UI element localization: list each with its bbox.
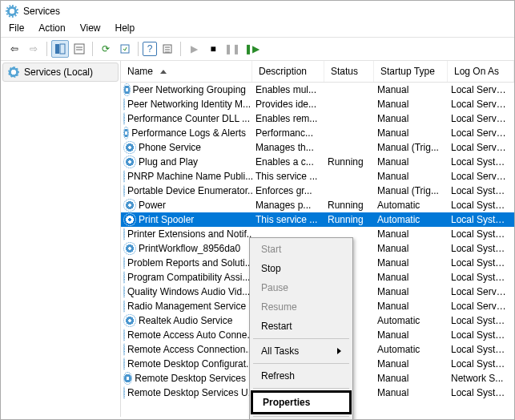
nav-forward-button[interactable]: ⇨ <box>25 40 42 58</box>
service-status <box>324 118 374 119</box>
properties-button[interactable] <box>159 40 176 58</box>
service-startup-type: Manual <box>374 170 448 183</box>
context-menu-stop[interactable]: Stop <box>251 259 351 278</box>
service-startup-type: Manual <box>374 228 448 240</box>
svg-rect-2 <box>74 44 84 54</box>
service-description: Manages p... <box>252 199 324 212</box>
refresh-button[interactable]: ⟳ <box>97 40 115 58</box>
service-startup-type: Manual <box>374 127 448 139</box>
service-name: Remote Desktop Configurat... <box>127 358 252 370</box>
service-row[interactable]: PowerManages p...RunningAutomaticLocal S… <box>121 198 514 212</box>
context-menu-refresh[interactable]: Refresh <box>251 366 351 386</box>
service-log-on-as: Local Service <box>448 112 514 125</box>
service-log-on-as: Local Syste... <box>448 155 514 168</box>
export-list-button[interactable] <box>70 40 88 58</box>
context-menu-all-tasks[interactable]: All Tasks <box>251 341 351 361</box>
menu-file[interactable]: File <box>9 22 24 34</box>
menu-action[interactable]: Action <box>38 22 65 34</box>
service-startup-type: Automatic <box>374 343 448 356</box>
show-hide-tree-button[interactable] <box>51 40 69 58</box>
menu-help[interactable]: Help <box>115 22 135 34</box>
service-row[interactable]: Performance Logs & AlertsPerformanc...Ma… <box>121 126 514 140</box>
service-startup-type: Manual <box>374 285 448 298</box>
service-name: Radio Management Service <box>127 301 246 312</box>
stop-service-button[interactable]: ■ <box>204 40 222 58</box>
service-description: Performanc... <box>252 127 324 139</box>
service-log-on-as: Local Service <box>448 98 514 111</box>
service-row[interactable]: Print SpoolerThis service ...RunningAuto… <box>121 212 514 227</box>
tree-root-services-local[interactable]: Services (Local) <box>2 63 119 82</box>
context-menu-properties[interactable]: Properties <box>251 390 352 414</box>
service-startup-type: Manual (Trig... <box>374 141 448 154</box>
toolbar-separator <box>92 42 93 56</box>
service-status: Running <box>324 213 374 226</box>
toolbar-separator <box>180 42 181 56</box>
service-log-on-as: Local Syste... <box>448 343 514 356</box>
service-name: Remote Desktop Services U... <box>127 387 252 398</box>
svg-rect-0 <box>55 44 59 54</box>
context-menu-label: All Tasks <box>261 345 299 357</box>
column-header-name[interactable]: Name <box>121 61 252 82</box>
service-status <box>324 233 374 235</box>
window-title: Services <box>23 6 60 17</box>
service-description: This service ... <box>252 213 324 226</box>
service-startup-type: Manual <box>374 300 448 313</box>
menu-view[interactable]: View <box>80 22 101 34</box>
column-header-description[interactable]: Description <box>252 61 324 82</box>
context-menu-pause[interactable]: Pause <box>251 278 351 297</box>
service-icon <box>124 214 135 225</box>
service-name: Printer Extensions and Notif... <box>127 228 252 240</box>
service-description: Enables rem... <box>252 112 324 125</box>
service-description <box>252 233 324 235</box>
service-row[interactable]: Peer Networking Identity M...Provides id… <box>121 97 514 111</box>
context-menu-restart[interactable]: Restart <box>251 317 351 336</box>
service-log-on-as: Local Syste... <box>448 199 514 212</box>
service-name: Quality Windows Audio Vid... <box>127 286 250 297</box>
service-row[interactable]: Plug and PlayEnables a c...RunningManual… <box>121 155 514 169</box>
context-menu-separator <box>253 416 349 417</box>
service-startup-type: Manual <box>374 329 448 341</box>
pause-service-button[interactable]: ❚❚ <box>223 40 241 58</box>
service-row[interactable]: PNRP Machine Name Publi...This service .… <box>121 169 514 184</box>
service-log-on-as: Local Service <box>448 170 514 183</box>
service-startup-type: Automatic <box>374 314 448 327</box>
column-header-label: Name <box>127 66 153 77</box>
help-button[interactable]: ? <box>143 42 157 56</box>
service-log-on-as: Local Syste... <box>448 213 514 226</box>
column-header-status[interactable]: Status <box>324 61 374 82</box>
nav-back-button[interactable]: ⇦ <box>6 40 23 58</box>
export-button[interactable] <box>116 40 134 58</box>
restart-service-button[interactable]: ❚▶ <box>243 40 260 58</box>
context-menu-separator <box>253 363 349 364</box>
service-startup-type: Manual <box>374 271 448 284</box>
service-name: Remote Access Auto Conne... <box>127 329 252 341</box>
service-description: Manages th... <box>252 141 324 154</box>
sort-ascending-icon <box>160 70 167 74</box>
context-menu-start[interactable]: Start <box>251 240 351 259</box>
service-status <box>324 176 374 177</box>
service-log-on-as: Local Syste... <box>448 386 514 399</box>
column-header-startup-type[interactable]: Startup Type <box>374 61 448 82</box>
service-name: Print Spooler <box>139 214 194 225</box>
service-startup-type: Manual <box>374 112 448 125</box>
service-startup-type: Manual <box>374 155 448 168</box>
column-header-log-on-as[interactable]: Log On As <box>448 61 514 82</box>
service-name: Remote Access Connection... <box>127 344 252 355</box>
chevron-right-icon <box>337 348 341 354</box>
service-status <box>324 147 374 148</box>
service-log-on-as: Local Syste... <box>448 256 514 269</box>
start-service-button[interactable]: ▶ <box>185 40 203 58</box>
menu-bar: File Action View Help <box>1 20 514 37</box>
column-header-row: Name Description Status Startup Type Log… <box>121 61 514 83</box>
context-menu-resume[interactable]: Resume <box>251 297 351 317</box>
service-name: Problem Reports and Soluti... <box>127 257 252 269</box>
service-row[interactable]: Phone ServiceManages th...Manual (Trig..… <box>121 140 514 155</box>
service-row[interactable]: Portable Device Enumerator...Enforces gr… <box>121 184 514 198</box>
svg-rect-1 <box>60 44 65 54</box>
service-name: Plug and Play <box>139 156 198 168</box>
service-row[interactable]: Performance Counter DLL ...Enables rem..… <box>121 111 514 126</box>
service-icon <box>124 373 131 384</box>
service-startup-type: Manual <box>374 357 448 370</box>
service-row[interactable]: Peer Networking GroupingEnables mul...Ma… <box>121 83 514 97</box>
service-status: Running <box>324 155 374 168</box>
